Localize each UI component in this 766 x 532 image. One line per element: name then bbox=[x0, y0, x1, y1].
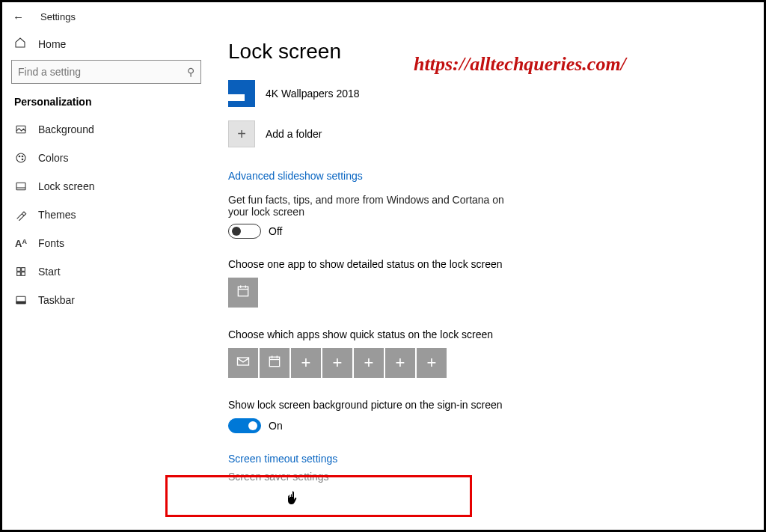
svg-rect-9 bbox=[22, 272, 25, 276]
advanced-slideshow-link[interactable]: Advanced slideshow settings bbox=[228, 170, 734, 182]
plus-icon: + bbox=[427, 353, 437, 373]
quick-status-slot-6[interactable]: + bbox=[385, 348, 415, 378]
signin-bg-label: Show lock screen background picture on t… bbox=[228, 399, 734, 411]
plus-icon: + bbox=[228, 120, 255, 147]
svg-rect-8 bbox=[17, 272, 21, 276]
sidebar-item-label: Start bbox=[38, 266, 61, 278]
svg-rect-12 bbox=[238, 287, 248, 296]
sidebar-item-label: Lock screen bbox=[38, 180, 94, 192]
funfacts-toggle[interactable] bbox=[228, 224, 261, 239]
svg-rect-6 bbox=[17, 268, 21, 272]
sidebar: Home ⚲ Personalization Background Colors… bbox=[2, 31, 210, 530]
mail-icon bbox=[236, 354, 251, 372]
taskbar-icon bbox=[14, 294, 28, 306]
plus-icon: + bbox=[333, 353, 343, 373]
lockscreen-icon bbox=[14, 180, 28, 192]
sidebar-item-fonts[interactable]: AA Fonts bbox=[11, 229, 201, 257]
quick-status-slot-7[interactable]: + bbox=[417, 348, 447, 378]
svg-point-1 bbox=[16, 153, 25, 162]
svg-point-2 bbox=[19, 156, 20, 157]
sidebar-item-label: Themes bbox=[38, 209, 76, 221]
quick-status-slot-4[interactable]: + bbox=[322, 348, 352, 378]
themes-icon bbox=[14, 209, 28, 221]
back-button[interactable]: ← bbox=[13, 10, 24, 23]
calendar-icon bbox=[236, 284, 251, 302]
sidebar-item-label: Taskbar bbox=[38, 294, 75, 306]
wallpaper-app-row[interactable]: 4K Wallpapers 2018 bbox=[228, 80, 734, 107]
content-area: Lock screen 4K Wallpapers 2018 + Add a f… bbox=[210, 31, 764, 530]
sidebar-item-themes[interactable]: Themes bbox=[11, 201, 201, 229]
calendar-icon bbox=[267, 354, 282, 372]
funfacts-state: Off bbox=[269, 225, 282, 237]
window-title: Settings bbox=[40, 11, 76, 22]
signin-bg-state: On bbox=[269, 420, 283, 432]
cursor-icon bbox=[286, 490, 298, 509]
quick-status-label: Choose which apps show quick status on t… bbox=[228, 328, 734, 340]
wallpaper-app-label: 4K Wallpapers 2018 bbox=[266, 88, 360, 100]
svg-rect-7 bbox=[22, 268, 25, 272]
search-box[interactable]: ⚲ bbox=[11, 60, 201, 84]
svg-rect-11 bbox=[16, 302, 25, 304]
sidebar-item-background[interactable]: Background bbox=[11, 115, 201, 144]
svg-point-4 bbox=[22, 159, 23, 160]
plus-icon: + bbox=[364, 353, 374, 373]
funfacts-label: Get fun facts, tips, and more from Windo… bbox=[228, 194, 512, 218]
detailed-status-label: Choose one app to show detailed status o… bbox=[228, 258, 734, 270]
sidebar-category: Personalization bbox=[11, 94, 201, 115]
annotation-highlight bbox=[165, 475, 472, 517]
quick-status-app-1[interactable] bbox=[228, 348, 258, 378]
sidebar-item-label: Colors bbox=[38, 152, 68, 164]
sidebar-item-taskbar[interactable]: Taskbar bbox=[11, 286, 201, 314]
palette-icon bbox=[14, 152, 28, 164]
plus-icon: + bbox=[396, 353, 405, 373]
start-icon bbox=[14, 266, 28, 278]
sidebar-item-label: Background bbox=[38, 123, 94, 135]
picture-icon bbox=[14, 123, 28, 135]
sidebar-item-lockscreen[interactable]: Lock screen bbox=[11, 172, 201, 201]
search-input[interactable] bbox=[18, 66, 187, 78]
svg-rect-5 bbox=[16, 183, 25, 189]
screen-timeout-link[interactable]: Screen timeout settings bbox=[228, 453, 734, 465]
quick-status-slot-3[interactable]: + bbox=[291, 348, 321, 378]
detailed-status-app[interactable] bbox=[228, 278, 258, 308]
sidebar-item-label: Fonts bbox=[38, 237, 64, 249]
wallpaper-app-icon bbox=[228, 80, 255, 107]
signin-bg-toggle[interactable] bbox=[228, 418, 261, 433]
sidebar-home-label: Home bbox=[38, 38, 66, 50]
svg-rect-16 bbox=[238, 358, 249, 365]
fonts-icon: AA bbox=[14, 238, 28, 249]
sidebar-item-start[interactable]: Start bbox=[11, 257, 201, 286]
add-folder-label: Add a folder bbox=[266, 128, 322, 140]
quick-status-slot-5[interactable]: + bbox=[354, 348, 384, 378]
search-icon: ⚲ bbox=[187, 66, 194, 78]
home-icon bbox=[14, 37, 28, 51]
watermark-text: https://alltechqueries.com/ bbox=[414, 53, 626, 76]
sidebar-home[interactable]: Home bbox=[11, 31, 201, 58]
svg-point-3 bbox=[22, 156, 23, 157]
quick-status-app-2[interactable] bbox=[260, 348, 289, 378]
plus-icon: + bbox=[301, 353, 311, 373]
sidebar-item-colors[interactable]: Colors bbox=[11, 144, 201, 172]
svg-rect-17 bbox=[269, 357, 279, 367]
add-folder-row[interactable]: + Add a folder bbox=[228, 120, 734, 147]
